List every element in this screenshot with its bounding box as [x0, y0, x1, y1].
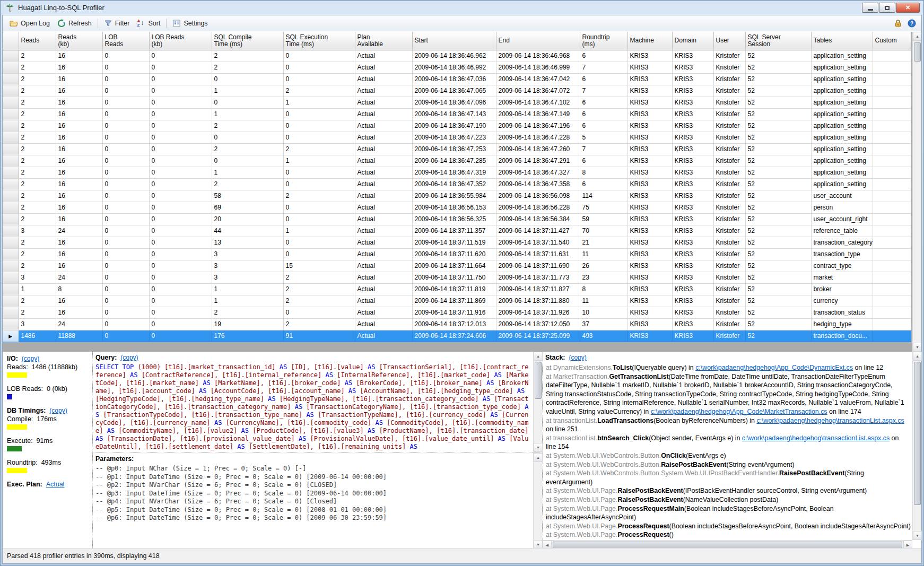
stack-file-link[interactable]: c:\work\padaeng\hedgehog\App_Code\Dynami…: [695, 364, 853, 371]
grid-cell[interactable]: 0: [102, 120, 149, 132]
grid-cell[interactable]: 52: [745, 237, 811, 248]
grid-cell[interactable]: 69: [212, 202, 283, 213]
grid-cell[interactable]: 7: [580, 143, 627, 155]
grid-cell[interactable]: 2009-06-14 18:37:11.750: [412, 272, 496, 283]
grid-cell[interactable]: [873, 143, 911, 155]
grid-cell[interactable]: transaction_docu...: [811, 330, 873, 342]
grid-row[interactable]: 2160010Actual2009-06-14 18:36:47.1432009…: [3, 108, 911, 120]
grid-cell[interactable]: 0: [102, 50, 149, 62]
grid-cell[interactable]: KRIS3: [627, 178, 672, 190]
grid-cell[interactable]: KRIS3: [672, 155, 713, 167]
grid-cell[interactable]: application_setting: [811, 50, 873, 62]
row-selector-cell[interactable]: [3, 318, 19, 330]
grid-cell[interactable]: KRIS3: [627, 190, 672, 202]
grid-cell[interactable]: 0: [283, 132, 355, 143]
grid-cell[interactable]: 0: [102, 260, 149, 272]
grid-cell[interactable]: KRIS3: [627, 237, 672, 248]
grid-cell[interactable]: 3: [212, 248, 283, 260]
close-button[interactable]: ✕: [896, 3, 920, 13]
grid-cell[interactable]: 2009-06-14 18:37:11.427: [496, 225, 580, 237]
grid-column-header[interactable]: LOB Reads: [102, 32, 149, 50]
grid-cell[interactable]: 0: [149, 73, 212, 85]
grid-cell[interactable]: 2009-06-14 18:36:47.327: [496, 167, 580, 178]
sql-vertical-scrollbar[interactable]: ▲ ▼: [533, 352, 542, 452]
grid-cell[interactable]: 16: [56, 62, 102, 73]
grid-cell[interactable]: 58: [212, 190, 283, 202]
grid-column-header[interactable]: Plan Available: [355, 32, 412, 50]
grid-cell[interactable]: 16: [56, 190, 102, 202]
grid-cell[interactable]: KRIS3: [672, 330, 713, 342]
grid-cell[interactable]: KRIS3: [627, 62, 672, 73]
grid-cell[interactable]: 16: [56, 202, 102, 213]
grid-cell[interactable]: KRIS3: [672, 132, 713, 143]
grid-cell[interactable]: 2009-06-14 18:36:47.149: [496, 108, 580, 120]
grid-cell[interactable]: 7: [580, 62, 627, 73]
grid-cell[interactable]: 0: [149, 50, 212, 62]
grid-cell[interactable]: application_setting: [811, 85, 873, 97]
grid-cell[interactable]: user_account_right: [811, 213, 873, 225]
grid-cell[interactable]: 0: [102, 143, 149, 155]
grid-cell[interactable]: 0: [149, 225, 212, 237]
grid-cell[interactable]: 2: [19, 97, 56, 108]
grid-cell[interactable]: 0: [149, 190, 212, 202]
grid-cell[interactable]: 2009-06-14 18:36:47.065: [412, 85, 496, 97]
grid-cell[interactable]: [873, 318, 911, 330]
filter-button[interactable]: Filter: [100, 18, 134, 29]
grid-row[interactable]: 2160020Actual2009-06-14 18:37:11.9162009…: [3, 307, 911, 318]
grid-column-header[interactable]: Tables: [811, 32, 873, 50]
grid-cell[interactable]: [873, 202, 911, 213]
grid-cell[interactable]: KRIS3: [672, 260, 713, 272]
grid-row[interactable]: ▶1486118880017691Actual2009-06-14 18:37:…: [3, 330, 911, 342]
grid-cell[interactable]: Kristofer: [713, 318, 745, 330]
grid-cell[interactable]: 1: [212, 108, 283, 120]
grid-cell[interactable]: Actual: [355, 73, 412, 85]
grid-cell[interactable]: 52: [745, 132, 811, 143]
grid-cell[interactable]: 176: [212, 330, 283, 342]
row-selector-cell[interactable]: [3, 85, 19, 97]
grid-cell[interactable]: application_setting: [811, 108, 873, 120]
grid-cell[interactable]: 2009-06-14 18:37:11.819: [412, 283, 496, 295]
grid-cell[interactable]: 52: [745, 330, 811, 342]
grid-cell[interactable]: 10: [580, 307, 627, 318]
row-selector-cell[interactable]: [3, 295, 19, 307]
grid-cell[interactable]: 2: [19, 295, 56, 307]
grid-cell[interactable]: 1: [212, 283, 283, 295]
grid-cell[interactable]: [873, 225, 911, 237]
grid-cell[interactable]: Kristofer: [713, 120, 745, 132]
grid-cell[interactable]: 0: [102, 62, 149, 73]
grid-cell[interactable]: [873, 73, 911, 85]
grid-cell[interactable]: 0: [283, 213, 355, 225]
row-selector-header[interactable]: [3, 32, 19, 50]
grid-cell[interactable]: 6: [580, 97, 627, 108]
grid-column-header[interactable]: LOB Reads (kb): [149, 32, 212, 50]
grid-cell[interactable]: 26: [580, 260, 627, 272]
grid-row[interactable]: 2160001Actual2009-06-14 18:36:47.0962009…: [3, 97, 911, 108]
grid-cell[interactable]: 0: [102, 248, 149, 260]
grid-cell[interactable]: Actual: [355, 330, 412, 342]
grid-cell[interactable]: 52: [745, 295, 811, 307]
grid-cell[interactable]: 2: [283, 85, 355, 97]
stack-copy-link[interactable]: (copy): [569, 354, 586, 361]
grid-cell[interactable]: KRIS3: [627, 202, 672, 213]
grid-cell[interactable]: 0: [283, 62, 355, 73]
grid-cell[interactable]: 2009-06-14 18:36:47.196: [496, 120, 580, 132]
row-selector-cell[interactable]: [3, 50, 19, 62]
grid-cell[interactable]: 16: [56, 155, 102, 167]
scrollbar-thumb[interactable]: [914, 42, 921, 62]
grid-cell[interactable]: 2: [19, 132, 56, 143]
grid-cell[interactable]: 0: [212, 73, 283, 85]
grid-cell[interactable]: KRIS3: [672, 97, 713, 108]
grid-cell[interactable]: 2009-06-14 18:36:47.143: [412, 108, 496, 120]
grid-row[interactable]: 2160020Actual2009-06-14 18:36:47.1902009…: [3, 120, 911, 132]
grid-cell[interactable]: Actual: [355, 108, 412, 120]
help-icon[interactable]: ?: [908, 19, 916, 28]
grid-cell[interactable]: [873, 330, 911, 342]
grid-cell[interactable]: KRIS3: [672, 272, 713, 283]
grid-column-header[interactable]: Reads: [19, 32, 56, 50]
stack-file-link[interactable]: c:\work\padaeng\hedgehog\transactionList…: [742, 434, 890, 442]
exec-plan-link[interactable]: Actual: [46, 481, 65, 488]
grid-cell[interactable]: KRIS3: [672, 85, 713, 97]
grid-column-header[interactable]: SQL Server Session: [745, 32, 811, 50]
row-selector-cell[interactable]: [3, 97, 19, 108]
grid-cell[interactable]: 52: [745, 248, 811, 260]
